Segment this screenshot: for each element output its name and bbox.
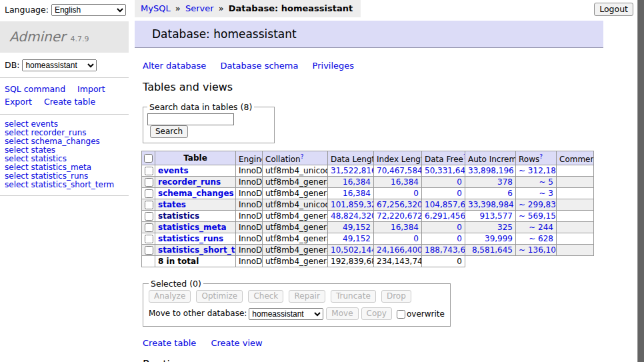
index-length-link[interactable]: 0 (377, 234, 419, 243)
index-length-link[interactable]: 0 (377, 189, 419, 198)
breadcrumb-link-server[interactable]: Server (185, 3, 214, 13)
rows-count-link[interactable]: ~ 5 (519, 177, 553, 187)
rows-count-link[interactable]: ~ 244 (519, 223, 553, 232)
sidebar-item-select-recorder-runs[interactable]: select recorder_runs (5, 128, 87, 137)
truncate-button[interactable]: Truncate (331, 290, 376, 303)
search-button[interactable]: Search (150, 125, 188, 138)
move-button[interactable]: Move (326, 307, 358, 320)
sidebar-link-sql-command[interactable]: SQL command (5, 84, 65, 94)
sidebar-item-select-statistics-short-term[interactable]: select statistics_short_term (5, 180, 114, 189)
db-select[interactable]: homeassistant (22, 59, 97, 71)
table-link-schema-changes[interactable]: schema_changes (158, 189, 234, 198)
row-checkbox[interactable] (145, 235, 153, 243)
index-length-link[interactable]: 16,384 (377, 177, 419, 187)
collation-help-link[interactable]: ? (301, 153, 304, 160)
data-length-link[interactable]: 101,859,328 (331, 200, 371, 209)
data-free-link[interactable]: 50,331,648 (425, 166, 462, 175)
row-checkbox[interactable] (145, 178, 153, 187)
search-input[interactable] (147, 113, 234, 125)
repair-button[interactable]: Repair (289, 290, 325, 303)
rows-help-link[interactable]: ? (539, 153, 543, 160)
rows-count-link[interactable]: ~ 312,180 (519, 166, 553, 175)
row-checkbox[interactable] (145, 223, 153, 232)
auto-increment-link[interactable]: 33,398,984 (468, 200, 513, 209)
comment-cell (557, 188, 594, 199)
auto-increment-link[interactable]: 8,581,645 (468, 245, 513, 255)
sidebar-item-select-states[interactable]: select states (5, 145, 55, 155)
auto-increment-link[interactable]: 325 (468, 223, 513, 232)
database-schema-link[interactable]: Database schema (221, 61, 299, 71)
table-link-statistics-runs[interactable]: statistics_runs (158, 234, 223, 243)
sidebar-link-export[interactable]: Export (5, 97, 32, 107)
index-length-link[interactable]: 70,467,584 (377, 166, 419, 175)
sidebar-item-select-schema-changes[interactable]: select schema_changes (5, 137, 100, 146)
comment-cell (557, 245, 594, 256)
auto-increment-link[interactable]: 6 (468, 189, 513, 198)
data-free-link[interactable]: 0 (425, 234, 462, 243)
rows-count-link[interactable]: ~ 299,833 (519, 200, 553, 209)
select-all-checkbox[interactable] (144, 154, 153, 163)
analyze-button[interactable]: Analyze (149, 290, 191, 303)
table-link-statistics-short-term[interactable]: statistics_short_term (158, 245, 236, 255)
copy-button[interactable]: Copy (361, 307, 392, 320)
data-free-link[interactable]: 6,291,456 (425, 211, 462, 221)
row-checkbox[interactable] (145, 189, 153, 198)
optimize-button[interactable]: Optimize (196, 290, 243, 303)
table-link-events[interactable]: events (158, 166, 189, 175)
index-length-link[interactable]: 72,220,672 (377, 211, 419, 221)
data-free-link[interactable]: 0 (425, 189, 462, 198)
check-button[interactable]: Check (248, 290, 283, 303)
auto-increment-link[interactable]: 378 (468, 177, 513, 187)
rows-count-link[interactable]: ~ 3 (519, 189, 553, 198)
sidebar-link-create-table[interactable]: Create table (44, 97, 95, 107)
row-checkbox[interactable] (145, 246, 153, 255)
auto-increment-link[interactable]: 33,898,196 (468, 166, 513, 175)
rows-count-link[interactable]: ~ 628 (519, 234, 553, 243)
data-length-link[interactable]: 48,824,320 (331, 211, 371, 221)
comment-cell (557, 222, 594, 233)
data-length-link[interactable]: 16,384 (331, 177, 371, 187)
sidebar-item-select-events[interactable]: select events (5, 119, 58, 129)
total-engine: InnoDB (236, 256, 263, 267)
auto-increment-link[interactable]: 39,999 (468, 234, 513, 243)
data-free-link[interactable]: 0 (425, 223, 462, 232)
table-link-recorder-runs[interactable]: recorder_runs (158, 177, 221, 187)
sidebar-item-select-statistics-runs[interactable]: select statistics_runs (5, 171, 88, 181)
data-length-link[interactable]: 49,152 (331, 234, 371, 243)
create-view-link[interactable]: Create view (211, 338, 262, 348)
vertical-scrollbar[interactable] (637, 0, 644, 362)
rows-count-link[interactable]: ~ 136,108 (519, 245, 553, 255)
logout-button[interactable]: Logout (594, 3, 633, 16)
table-link-statistics-meta[interactable]: statistics_meta (158, 223, 227, 232)
sidebar-item-select-statistics-meta[interactable]: select statistics_meta (5, 163, 91, 172)
data-free-link[interactable]: 188,743,680 (425, 245, 462, 255)
index-length-link[interactable]: 67,256,320 (377, 200, 419, 209)
row-checkbox[interactable] (145, 212, 153, 221)
alter-database-link[interactable]: Alter database (143, 61, 206, 71)
data-length-link[interactable]: 10,502,144 (331, 245, 371, 255)
table-link-states[interactable]: states (158, 200, 186, 209)
move-database-select[interactable]: homeassistant (249, 308, 323, 320)
breadcrumb-link-mysql[interactable]: MySQL (141, 3, 171, 13)
row-checkbox[interactable] (145, 201, 153, 209)
index-length-link[interactable]: 24,166,400 (377, 245, 419, 255)
index-length-link[interactable]: 16,384 (377, 223, 419, 232)
table-link-statistics[interactable]: statistics (158, 211, 199, 221)
data-length-link[interactable]: 49,152 (331, 223, 371, 232)
row-checkbox[interactable] (145, 167, 153, 175)
adminer-version[interactable]: 4.7.9 (70, 35, 89, 43)
sidebar-link-import[interactable]: Import (77, 84, 105, 94)
data-length-link[interactable]: 31,522,816 (331, 166, 371, 175)
auto-increment-link[interactable]: 913,577 (468, 211, 513, 221)
adminer-logo[interactable]: Adminer (9, 29, 65, 45)
data-free-link[interactable]: 104,857,600 (425, 200, 462, 209)
overwrite-checkbox[interactable] (397, 310, 405, 319)
privileges-link[interactable]: Privileges (313, 61, 355, 71)
language-select[interactable]: English (51, 4, 126, 16)
drop-button[interactable]: Drop (381, 290, 411, 303)
data-free-link[interactable]: 0 (425, 177, 462, 187)
create-table-link[interactable]: Create table (143, 338, 196, 348)
sidebar-item-select-statistics[interactable]: select statistics (5, 154, 67, 163)
data-length-link[interactable]: 16,384 (331, 189, 371, 198)
rows-count-link[interactable]: ~ 569,159 (519, 211, 553, 221)
